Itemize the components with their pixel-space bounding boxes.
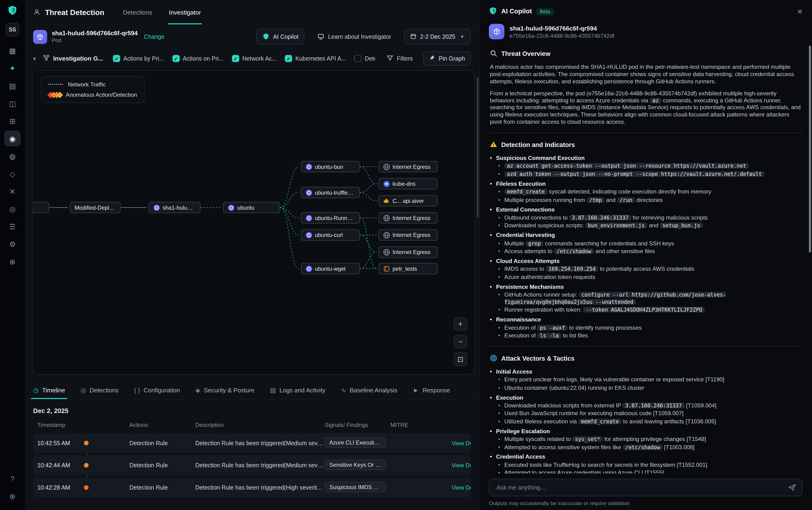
detail-tab-security-posture[interactable]: ◈Security & Posture xyxy=(196,381,255,399)
graph-node-ubuntu[interactable]: ubuntu xyxy=(223,202,280,213)
registry-icon[interactable]: ◫ xyxy=(4,95,21,111)
view-detection-link[interactable]: View Detec... xyxy=(452,462,471,468)
copilot-scrollbar[interactable] xyxy=(809,46,811,253)
inline-code: /etc/shadow xyxy=(622,444,662,450)
graph-node-internet-egress-4[interactable]: Internet Egress xyxy=(378,246,437,258)
graph-node-internet-egress-1[interactable]: Internet Egress xyxy=(378,161,437,172)
graph-node-modified-deployment[interactable]: Modified-Deployment xyxy=(70,202,121,213)
detail-tab-configuration[interactable]: { }Configuration xyxy=(134,381,180,399)
header-tabs: DetectionsInvestigator xyxy=(122,0,202,24)
bullet-icon: • xyxy=(490,316,492,324)
signal-chip[interactable]: Sensitive Keys Or Pa... xyxy=(325,459,386,470)
bullet-item: •memfd_create syscall detected, indicati… xyxy=(498,188,802,196)
filter-checkbox[interactable]: ✓Actions on Pri... xyxy=(172,55,224,62)
copilot-shield-icon xyxy=(263,33,269,41)
ask-input-wrap xyxy=(489,479,803,497)
table-row[interactable]: 10:42:55 AMDetection RuleDetection Rule … xyxy=(33,433,471,453)
page-title-wrap: Threat Detection xyxy=(33,8,104,16)
graph-node-kube-dns[interactable]: kube-dns xyxy=(378,178,437,189)
fit-view-button[interactable]: ⊡ xyxy=(454,353,467,366)
bullet-icon: • xyxy=(498,240,500,247)
checkbox-checked-icon: ✓ xyxy=(172,55,179,62)
apps-icon[interactable]: ▦ xyxy=(4,42,21,58)
account-icon[interactable]: ⊛ xyxy=(4,488,21,504)
signal-chip[interactable]: Suspicious IMDS Ac... xyxy=(325,482,386,492)
ai-copilot-button[interactable]: AI Copilot xyxy=(257,29,305,44)
pod-icon xyxy=(33,30,47,44)
bullet-icon: • xyxy=(498,410,500,418)
date-range-picker[interactable]: 2-2 Dec 2025 ▼ xyxy=(404,29,471,44)
graph-node-ubuntu-wget[interactable]: ubuntu-wget xyxy=(301,263,360,274)
legend-network-traffic: Network Traffic xyxy=(48,81,137,87)
main-scrollbar[interactable] xyxy=(477,78,478,217)
table-row[interactable]: 10:42:28 AMDetection RuleDetection Rule … xyxy=(33,478,471,497)
bullet-item: •az account get-access-token --output js… xyxy=(498,163,802,170)
context-bar: sha1-hulud-596d766c6f-qr594 Pod Change A… xyxy=(25,25,479,49)
images-icon[interactable]: ⊞ xyxy=(4,113,21,129)
graph-node-label: Modified-Deployment xyxy=(75,205,116,211)
help-icon[interactable]: ? xyxy=(4,471,21,486)
bullet-item-text: Azure authentication token requests xyxy=(504,274,595,281)
response-icon[interactable]: ◎ xyxy=(4,201,21,217)
detail-tab-baseline-analysis[interactable]: ∿Baseline Analysis xyxy=(341,381,397,399)
selected-entity[interactable]: sha1-hulud-596d766c6f-qr594 Pod xyxy=(33,30,138,44)
tab-investigator[interactable]: Investigator xyxy=(168,0,202,24)
inventory-icon[interactable]: ▤ xyxy=(4,78,21,94)
detail-tab-response[interactable]: ►Response xyxy=(413,381,450,399)
collapse-graph-chevron-icon[interactable]: ▾ xyxy=(33,55,36,62)
pin-graph-button[interactable]: Pin Graph xyxy=(423,51,471,66)
zoom-in-button[interactable]: + xyxy=(454,317,467,331)
settings-icon[interactable]: ⚙ xyxy=(4,236,21,252)
graph-node-internet-egress-3[interactable]: Internet Egress xyxy=(378,229,437,240)
send-icon[interactable] xyxy=(788,483,796,492)
investigation-graph-canvas[interactable]: Network Traffic Anomalous Action/Detecti… xyxy=(32,70,475,375)
column-header: Signals/ Findings xyxy=(325,422,390,428)
timeline-section: Dec 2, 2025 TimestampActionsDescriptionS… xyxy=(25,400,479,510)
entity-type: Pod xyxy=(52,37,138,43)
filter-label: Detections/Finding... xyxy=(365,55,375,62)
table-row[interactable]: 10:42:44 AMDetection RuleDetection Rule … xyxy=(33,455,471,475)
copilot-section: Detection and Indicators•Suspicious Comm… xyxy=(490,133,802,339)
workspace-badge[interactable]: SS xyxy=(6,23,19,36)
filter-checkbox[interactable]: ✓Actions by Pri... xyxy=(113,55,164,62)
api-security-icon[interactable]: ◇ xyxy=(4,166,21,181)
detail-tab-detections[interactable]: ◎Detections xyxy=(81,381,118,399)
graph-node-ubuntu-trufflehog[interactable]: ubuntu-trufflehog xyxy=(301,187,360,198)
view-detection-link[interactable]: View Detec... xyxy=(452,440,471,446)
view-detection-link[interactable]: View Detec... xyxy=(452,484,471,490)
detail-tab-timeline[interactable]: ◷Timeline xyxy=(33,381,65,399)
hunt-icon[interactable]: ✕ xyxy=(4,183,21,199)
ai-copilot-icon[interactable]: ✦ xyxy=(4,60,21,76)
graph-node-ubuntu-runner[interactable]: ubuntu-Runner.Lis... xyxy=(301,212,360,223)
policies-icon[interactable]: ☰ xyxy=(4,218,21,234)
learn-about-investigator-button[interactable]: Learn about Investigator xyxy=(312,29,397,44)
graph-node-sha1-hulud[interactable]: sha1-hulud-... xyxy=(149,202,200,213)
filter-checkbox[interactable]: ✓Kubernetes API A... xyxy=(285,55,346,62)
change-entity-link[interactable]: Change xyxy=(144,34,164,40)
bullet-icon: • xyxy=(490,155,492,162)
identity-icon[interactable]: ◍ xyxy=(4,148,21,164)
graph-node-internet-egress-2[interactable]: Internet Egress xyxy=(378,212,437,223)
graph-node-petr-tests[interactable]: petr_tests xyxy=(378,263,437,274)
signal-chip[interactable]: Azure CLI Execution ... xyxy=(325,437,386,448)
section-heading: Attack Vectors & Tactics xyxy=(490,355,802,364)
inline-code: bun_environment.js xyxy=(585,222,647,228)
detail-tab-logs-and-activity[interactable]: ▤Logs and Activity xyxy=(270,381,325,399)
graph-node-stub[interactable] xyxy=(32,202,49,213)
graph-node-ubuntu-bun[interactable]: ubuntu-bun xyxy=(301,161,360,172)
filters-button[interactable]: Filters xyxy=(382,51,418,66)
graph-node-ubuntu-curl[interactable]: ubuntu-curl xyxy=(301,229,360,240)
close-icon[interactable]: ✕ xyxy=(797,7,803,15)
bullet-icon: • xyxy=(490,258,492,265)
filter-checkbox[interactable]: Detections/Finding... xyxy=(354,55,375,62)
graph-node-api-aiver[interactable]: C... api.aiver xyxy=(378,195,437,206)
filter-checkbox[interactable]: ✓Network Ac... xyxy=(232,55,277,62)
group-title-label: Reconnaissance xyxy=(496,316,541,324)
zoom-out-button[interactable]: − xyxy=(454,335,467,348)
topology-icon[interactable]: ⊕ xyxy=(4,253,21,270)
threat-detection-icon[interactable]: ◉ xyxy=(4,130,21,146)
bullet-group-title: •Credential Access xyxy=(490,454,802,461)
ask-input[interactable] xyxy=(495,484,784,491)
tab-detections[interactable]: Detections xyxy=(122,0,153,24)
dotted-line-swatch xyxy=(48,84,63,85)
